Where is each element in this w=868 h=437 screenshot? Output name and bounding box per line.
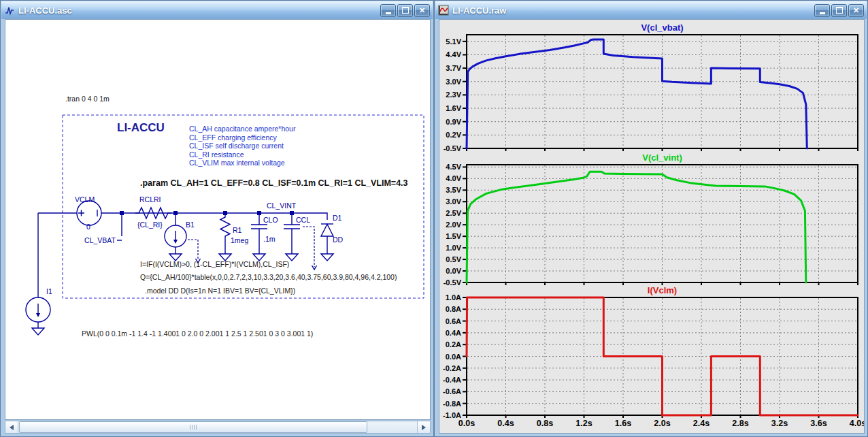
minimize-button[interactable]	[380, 4, 396, 17]
y-tick-label: 0.2V	[446, 131, 461, 139]
y-tick-label: 1.5V	[446, 232, 461, 240]
ltspice-waveform-icon	[438, 5, 449, 16]
horizontal-scrollbar[interactable]	[5, 421, 431, 434]
waveform-plots: 5.1V4.4V3.7V3.0V2.3V1.6V0.9V0.2V-0.5VV(c…	[439, 20, 864, 433]
param-comment-5: CL_VLIM max internal voltage	[189, 159, 285, 167]
bsource-formula: I=IF(I(VCLM)>0, (1-CL_EFF)*I(VCLM),CL_IS…	[140, 260, 289, 268]
scroll-left-icon	[10, 425, 14, 430]
resistor-r1[interactable]	[219, 216, 231, 261]
y-tick-label: 3.0V	[446, 78, 461, 86]
y-tick-label: -0.2A	[443, 364, 461, 372]
y-tick-label: -0.8A	[443, 400, 461, 408]
schematic-titlebar[interactable]: LI-ACCU.asc ✕	[1, 1, 433, 19]
param-comment-4: CL_RI resistance	[189, 150, 244, 159]
d1-model-label: DD	[333, 236, 344, 244]
x-tick-label: 2.8s	[732, 419, 748, 428]
plot-title-2: V(cl_vint)	[642, 152, 682, 163]
y-tick-label: 0.2A	[446, 340, 461, 349]
close-button[interactable]: ✕	[848, 4, 864, 17]
maximize-icon	[402, 7, 409, 14]
y-tick-label: 1.0A	[446, 293, 461, 302]
param-directive: .param CL_AH=1 CL_EFF=0.8 CL_ISF=0.1m CL…	[140, 178, 408, 188]
pwl-directive: PWL(0 0 0.1m -1 1.4 -1 1.4001 0 2.0 0 2.…	[82, 329, 313, 338]
block-title: LI-ACCU	[117, 121, 165, 134]
scroll-right-button[interactable]	[417, 421, 430, 433]
y-tick-label: 0.9V	[446, 118, 461, 126]
y-tick-label: 5.1V	[446, 37, 461, 46]
waveform-titlebar[interactable]: LI-ACCU.raw ✕	[435, 1, 867, 19]
y-tick-label: -0.4A	[443, 376, 461, 384]
x-tick-label: 3.2s	[771, 419, 788, 428]
node-label-vint: CL_VINT	[267, 201, 297, 210]
charge-formula: Q={CL_AH/100}*table(x,0,0,2.7,2,3,10,3.3…	[140, 273, 397, 281]
maximize-button[interactable]	[831, 4, 847, 17]
y-tick-label: 0.4A	[446, 329, 461, 337]
diode-d1[interactable]	[321, 224, 333, 261]
y-tick-label: 1.0V	[446, 244, 461, 252]
model-directive: .model DD D(Is=1n N=1 IBV=1 BV={CL_VLIM}…	[145, 287, 295, 295]
scroll-right-icon	[422, 425, 426, 430]
y-tick-label: -0.5V	[444, 278, 462, 287]
bsource-b1[interactable]	[165, 225, 186, 261]
d1-label: D1	[333, 214, 342, 222]
trace-V(cl_vbat)	[467, 39, 807, 148]
x-tick-label: 0.0s	[458, 419, 475, 428]
y-tick-label: 3.0V	[446, 197, 461, 206]
close-icon: ✕	[853, 7, 859, 14]
param-comment-3: CL_ISF self discharge current	[189, 142, 284, 150]
schematic-window: LI-ACCU.asc ✕ .tran 0 4 0 1m LI-ACCU CL_…	[0, 0, 434, 437]
ccl-annotation-arrowhead	[312, 265, 317, 270]
node-label-vbat: CL_VBAT	[84, 236, 116, 244]
x-tick-label: 1.6s	[615, 419, 631, 428]
ccl-label: CCL	[296, 216, 310, 224]
voltage-source-vclm[interactable]	[77, 201, 101, 225]
capacitor-ccl[interactable]	[284, 225, 300, 261]
x-tick-label: 3.6s	[810, 419, 827, 428]
minimize-icon	[386, 12, 391, 14]
y-tick-label: 0.6A	[446, 317, 461, 325]
vclm-label: VCLM	[75, 195, 95, 204]
current-source-i1[interactable]	[26, 297, 50, 335]
y-tick-label: 1.6V	[446, 104, 461, 112]
vclm-value: 0	[86, 223, 90, 231]
x-tick-label: 0.8s	[537, 419, 553, 428]
clo-value: .1m	[263, 235, 276, 243]
plot-title-3: I(Vclm)	[648, 285, 677, 295]
y-tick-label: -0.5V	[444, 144, 462, 152]
maximize-button[interactable]	[397, 4, 413, 17]
y-tick-label: 2.0V	[446, 221, 461, 229]
y-tick-label: 4.0V	[446, 174, 461, 182]
tran-directive: .tran 0 4 0 1m	[65, 95, 110, 103]
x-tick-label: 0.4s	[497, 419, 514, 428]
y-tick-label: -0.6A	[443, 387, 461, 395]
x-tick-label: 4.0s	[850, 419, 864, 428]
y-tick-label: 0.0A	[446, 353, 461, 361]
maximize-icon	[836, 7, 843, 14]
b1-annotation-arrow	[188, 240, 198, 260]
y-tick-label: 0.0V	[446, 267, 461, 275]
minimize-button[interactable]	[814, 4, 830, 17]
close-button[interactable]: ✕	[414, 4, 430, 17]
window-title: LI-ACCU.raw	[452, 5, 506, 16]
scroll-left-button[interactable]	[5, 421, 18, 433]
i1-label: I1	[46, 287, 52, 295]
y-tick-label: 3.5V	[446, 186, 461, 194]
rclri-label: RCLRI	[139, 195, 161, 204]
y-tick-label: 2.3V	[446, 91, 461, 99]
x-tick-label: 2.0s	[654, 419, 670, 428]
y-tick-label: 4.5V	[446, 163, 461, 171]
x-tick-label: 1.2s	[575, 419, 592, 428]
clo-label: CLO	[263, 216, 278, 224]
y-tick-label: 3.7V	[446, 64, 461, 72]
y-tick-label: 2.5V	[446, 209, 461, 217]
y-tick-label: 0.5V	[446, 255, 461, 263]
b1-label: B1	[186, 221, 195, 229]
ccl-annotation-arrow	[303, 227, 314, 267]
schematic-canvas[interactable]: .tran 0 4 0 1m LI-ACCU CL_AH capacitance…	[5, 19, 431, 420]
y-tick-label: 4.4V	[446, 50, 461, 59]
waveform-canvas[interactable]: 5.1V4.4V3.7V3.0V2.3V1.6V0.9V0.2V-0.5VV(c…	[439, 19, 865, 434]
scrollbar-thumb[interactable]	[19, 421, 367, 433]
window-title: LI-ACCU.asc	[18, 5, 72, 16]
ltspice-schematic-icon	[4, 5, 15, 16]
x-tick-label: 2.4s	[693, 419, 710, 428]
